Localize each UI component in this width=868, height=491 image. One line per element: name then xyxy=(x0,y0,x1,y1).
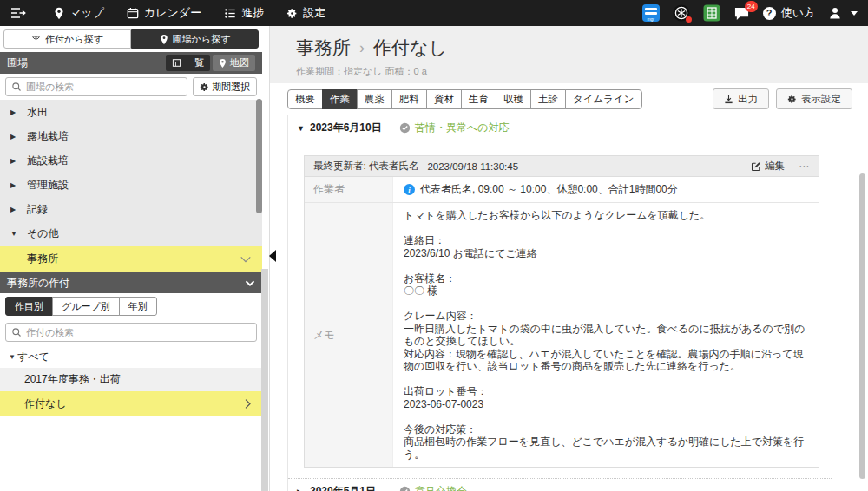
chevron-right-icon xyxy=(244,398,252,409)
work-record-label: 意見交換会 xyxy=(415,484,467,491)
tab-pesticide[interactable]: 農薬 xyxy=(357,89,392,109)
export-button[interactable]: 出力 xyxy=(713,88,769,109)
download-icon xyxy=(724,95,733,104)
field-group-item[interactable]: ▶ 記録 xyxy=(0,197,262,221)
field-group-item[interactable]: ▼ その他 xyxy=(0,221,262,245)
crop-section-header[interactable]: 事務所の作付 xyxy=(0,272,262,293)
tab-search-by-crop[interactable]: 作付から探す xyxy=(3,29,131,49)
info-icon[interactable]: i xyxy=(404,184,415,195)
tab-search-by-crop-label: 作付から探す xyxy=(45,33,103,46)
display-settings-button[interactable]: 表示設定 xyxy=(776,88,852,109)
timeline-row[interactable]: ▶ 2020年5月1日 意見交換会 xyxy=(288,479,832,491)
notification-badge: 24 xyxy=(745,1,758,12)
view-toggle-map[interactable]: 地図 xyxy=(213,55,255,71)
field-section-header: 圃場 一覧 地図 xyxy=(0,52,262,74)
field-search-input[interactable] xyxy=(26,82,181,92)
crop-item-selected[interactable]: 作付なし xyxy=(0,391,262,416)
nav-item-help[interactable]: ? 使い方 xyxy=(763,5,815,21)
page-title: 作付なし xyxy=(373,36,447,60)
map-pin-icon xyxy=(160,34,168,45)
crop-item[interactable]: 2017年度事務・出荷 xyxy=(0,368,262,391)
period-select-button[interactable]: 期間選択 xyxy=(193,77,257,96)
field-group-item[interactable]: ▶ 施設栽培 xyxy=(0,148,262,173)
crop-view-tabs: 作目別 グループ別 年別 xyxy=(0,293,262,319)
work-record-link[interactable]: 苦情・異常への対応 xyxy=(399,121,510,135)
blue-app-icon[interactable]: mgr xyxy=(642,4,660,22)
gear-icon xyxy=(286,8,298,19)
tab-soil[interactable]: 土診 xyxy=(530,89,566,109)
help-label: 使い方 xyxy=(781,5,815,21)
check-circle-icon xyxy=(399,122,411,134)
tab-search-by-field[interactable]: 圃場から探す xyxy=(131,29,259,49)
timeline-row-expanded[interactable]: ▼ 2023年6月10日 苦情・異常への対応 xyxy=(288,115,832,141)
view-toggle-list[interactable]: 一覧 xyxy=(166,55,210,71)
tab-by-year[interactable]: 年別 xyxy=(119,297,157,316)
worker-label: 作業者 xyxy=(305,177,393,202)
tab-material-label: 資材 xyxy=(434,93,454,106)
tab-work[interactable]: 作業 xyxy=(322,89,358,109)
edit-button[interactable]: 編集 xyxy=(751,160,785,173)
view-toggle-list-label: 一覧 xyxy=(185,56,204,69)
main-tabs: 概要 作業 農薬 肥料 資材 生育 収穫 土診 タイムライン xyxy=(287,89,642,109)
tab-harvest[interactable]: 収穫 xyxy=(496,89,531,109)
map-pin-icon xyxy=(54,7,64,20)
nav-item-settings[interactable]: 設定 xyxy=(286,5,326,21)
calendar-icon xyxy=(127,7,139,19)
search-icon xyxy=(11,82,22,92)
page-header: 事務所 › 作付なし 作業期間：指定なし 面積：0 a xyxy=(270,26,868,83)
tab-material[interactable]: 資材 xyxy=(426,89,462,109)
field-group-label: 管理施設 xyxy=(27,178,69,193)
work-period-meta: 作業期間：指定なし 面積：0 a xyxy=(296,65,868,78)
memo-value: トマトを購入したお客様から以下のようなクレームを頂戴した。 連絡日： 2023/… xyxy=(393,203,819,467)
crop-search-input[interactable] xyxy=(26,327,251,337)
main-scrollbar-thumb[interactable] xyxy=(859,173,865,479)
nav-item-calendar[interactable]: カレンダー xyxy=(127,5,201,21)
tab-overview[interactable]: 概要 xyxy=(287,89,323,109)
tab-harvest-label: 収穫 xyxy=(503,93,523,106)
sidebar-collapse-handle[interactable] xyxy=(269,250,276,262)
field-group-item[interactable]: ▶ 露地栽培 xyxy=(0,124,262,148)
sidebar-toggle-icon[interactable] xyxy=(10,7,26,19)
field-group-label: 施設栽培 xyxy=(27,154,69,168)
field-group-item[interactable]: ▶ 水田 xyxy=(0,100,262,124)
tab-by-crop-type[interactable]: 作目別 xyxy=(5,297,53,316)
memo-label: メモ xyxy=(305,203,393,467)
map-pin-icon xyxy=(219,58,227,69)
gear-icon xyxy=(200,82,209,92)
collapsed-icon: ▶ xyxy=(297,488,310,491)
tab-timeline[interactable]: タイムライン xyxy=(565,89,642,109)
tab-by-crop-type-label: 作目別 xyxy=(15,300,43,313)
circle-asterisk-app-icon[interactable] xyxy=(673,4,690,22)
chevron-down-icon xyxy=(245,279,255,287)
work-record-card: 最終更新者: 代表者氏名 2023/09/18 11:30:45 編集 ⋯ 作業… xyxy=(304,155,819,468)
work-record-link[interactable]: 意見交換会 xyxy=(399,484,467,491)
field-item-selected[interactable]: 事務所 xyxy=(0,245,262,272)
collapsed-icon: ▶ xyxy=(10,133,20,141)
work-record-label: 苦情・異常への対応 xyxy=(415,121,510,135)
more-menu-button[interactable]: ⋯ xyxy=(799,160,810,173)
crop-all-row[interactable]: ▼ すべて xyxy=(0,345,262,368)
chat-icon[interactable]: 24 xyxy=(733,6,750,21)
gear-icon xyxy=(787,95,797,104)
expanded-icon: ▼ xyxy=(9,353,16,361)
nav-label-settings: 設定 xyxy=(303,5,326,21)
tab-by-year-label: 年別 xyxy=(128,300,148,313)
breadcrumb-parent[interactable]: 事務所 xyxy=(296,36,351,60)
tab-timeline-label: タイムライン xyxy=(573,93,635,106)
edit-pencil-icon xyxy=(751,161,761,172)
nav-label-map: マップ xyxy=(69,5,104,21)
field-list-scrollbar-thumb[interactable] xyxy=(256,99,262,213)
nav-item-map[interactable]: マップ xyxy=(54,5,104,21)
user-menu[interactable] xyxy=(828,6,858,20)
tab-by-group[interactable]: グループ別 xyxy=(52,297,120,316)
tab-fertilizer[interactable]: 肥料 xyxy=(391,89,427,109)
field-group-item[interactable]: ▶ 管理施設 xyxy=(0,173,262,197)
sidebar-scrollbar-thumb[interactable] xyxy=(261,269,268,491)
collapsed-icon: ▶ xyxy=(10,108,20,116)
table-icon xyxy=(172,58,181,68)
tab-growth[interactable]: 生育 xyxy=(461,89,496,109)
nav-item-progress[interactable]: 進捗 xyxy=(224,5,264,21)
caret-down-icon xyxy=(851,11,858,16)
field-book-app-icon[interactable] xyxy=(703,4,720,22)
field-item-label: 事務所 xyxy=(27,252,58,266)
